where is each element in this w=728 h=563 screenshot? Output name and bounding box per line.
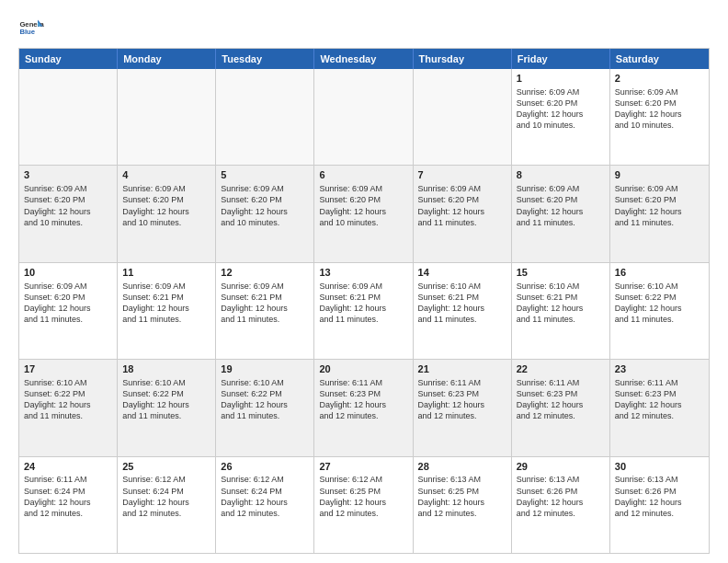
cell-info: Sunset: 6:21 PM — [319, 292, 407, 303]
day-number: 9 — [615, 168, 704, 182]
cell-info: and 10 minutes. — [615, 120, 704, 131]
day-number: 6 — [319, 168, 407, 182]
cell-info: and 12 minutes. — [319, 410, 407, 421]
cell-info: and 12 minutes. — [24, 508, 112, 519]
cell-info: Daylight: 12 hours — [319, 399, 407, 410]
cell-info: Daylight: 12 hours — [24, 206, 112, 217]
day-number: 22 — [517, 362, 605, 376]
cell-info: Sunrise: 6:09 AM — [319, 281, 407, 292]
cell-info: Sunset: 6:20 PM — [319, 194, 407, 205]
cell-info: Daylight: 12 hours — [418, 497, 506, 508]
calendar-row: 10Sunrise: 6:09 AMSunset: 6:20 PMDayligh… — [19, 263, 709, 360]
calendar-cell: 19Sunrise: 6:10 AMSunset: 6:22 PMDayligh… — [216, 360, 314, 455]
calendar-cell: 28Sunrise: 6:13 AMSunset: 6:25 PMDayligh… — [414, 457, 512, 553]
day-number: 11 — [122, 266, 210, 280]
day-number: 30 — [615, 460, 704, 474]
svg-text:Blue: Blue — [19, 28, 35, 36]
day-number: 20 — [319, 362, 407, 376]
cell-info: Sunset: 6:26 PM — [517, 486, 605, 497]
cell-info: and 10 minutes. — [24, 217, 112, 228]
cell-info: Sunset: 6:23 PM — [615, 388, 704, 399]
cell-info: Sunset: 6:20 PM — [615, 194, 704, 205]
cell-info: Sunset: 6:20 PM — [517, 194, 605, 205]
day-number: 3 — [24, 168, 112, 182]
calendar-row: 1Sunrise: 6:09 AMSunset: 6:20 PMDaylight… — [19, 69, 709, 166]
cell-info: and 11 minutes. — [221, 314, 309, 325]
cell-info: and 12 minutes. — [615, 508, 704, 519]
calendar-cell: 15Sunrise: 6:10 AMSunset: 6:21 PMDayligh… — [512, 263, 610, 359]
day-number: 13 — [319, 266, 407, 280]
calendar-cell — [216, 69, 314, 165]
day-number: 21 — [418, 362, 506, 376]
cell-info: and 11 minutes. — [418, 217, 506, 228]
calendar-cell: 14Sunrise: 6:10 AMSunset: 6:21 PMDayligh… — [414, 263, 512, 359]
day-number: 5 — [221, 168, 309, 182]
cell-info: Sunrise: 6:13 AM — [615, 474, 704, 485]
cell-info: Sunset: 6:24 PM — [221, 486, 309, 497]
calendar-body: 1Sunrise: 6:09 AMSunset: 6:20 PMDaylight… — [19, 69, 709, 553]
calendar-cell: 29Sunrise: 6:13 AMSunset: 6:26 PMDayligh… — [512, 457, 610, 553]
page: General Blue SundayMondayTuesdayWednesda… — [0, 0, 728, 563]
cell-info: Sunset: 6:20 PM — [615, 98, 704, 109]
day-number: 14 — [418, 266, 506, 280]
calendar-header-cell: Tuesday — [216, 49, 314, 69]
cell-info: Sunset: 6:20 PM — [221, 194, 309, 205]
calendar-cell: 23Sunrise: 6:11 AMSunset: 6:23 PMDayligh… — [610, 360, 709, 455]
cell-info: Sunrise: 6:12 AM — [221, 474, 309, 485]
calendar-header-cell: Thursday — [414, 49, 512, 69]
calendar-cell: 25Sunrise: 6:12 AMSunset: 6:24 PMDayligh… — [118, 457, 216, 553]
cell-info: and 11 minutes. — [517, 314, 605, 325]
calendar: SundayMondayTuesdayWednesdayThursdayFrid… — [18, 48, 710, 554]
day-number: 4 — [122, 168, 210, 182]
calendar-cell: 26Sunrise: 6:12 AMSunset: 6:24 PMDayligh… — [216, 457, 314, 553]
cell-info: Sunset: 6:22 PM — [221, 388, 309, 399]
cell-info: Daylight: 12 hours — [418, 206, 506, 217]
day-number: 25 — [122, 460, 210, 474]
calendar-header: SundayMondayTuesdayWednesdayThursdayFrid… — [19, 49, 709, 69]
cell-info: Sunrise: 6:09 AM — [319, 183, 407, 194]
cell-info: Daylight: 12 hours — [24, 399, 112, 410]
calendar-cell: 2Sunrise: 6:09 AMSunset: 6:20 PMDaylight… — [610, 69, 709, 165]
cell-info: Sunset: 6:21 PM — [418, 292, 506, 303]
cell-info: Daylight: 12 hours — [122, 206, 210, 217]
calendar-header-cell: Sunday — [19, 49, 118, 69]
calendar-cell: 3Sunrise: 6:09 AMSunset: 6:20 PMDaylight… — [19, 166, 118, 261]
day-number: 7 — [418, 168, 506, 182]
cell-info: Sunrise: 6:09 AM — [122, 183, 210, 194]
cell-info: Sunset: 6:23 PM — [517, 388, 605, 399]
cell-info: Sunrise: 6:09 AM — [615, 86, 704, 98]
cell-info: Sunrise: 6:12 AM — [319, 474, 407, 485]
calendar-cell: 18Sunrise: 6:10 AMSunset: 6:22 PMDayligh… — [118, 360, 216, 455]
cell-info: and 11 minutes. — [24, 410, 112, 421]
calendar-cell — [314, 69, 413, 165]
calendar-cell: 13Sunrise: 6:09 AMSunset: 6:21 PMDayligh… — [314, 263, 413, 359]
cell-info: and 10 minutes. — [122, 217, 210, 228]
cell-info: Daylight: 12 hours — [615, 109, 704, 120]
calendar-cell: 22Sunrise: 6:11 AMSunset: 6:23 PMDayligh… — [512, 360, 610, 455]
cell-info: Sunrise: 6:09 AM — [221, 183, 309, 194]
cell-info: Daylight: 12 hours — [319, 497, 407, 508]
calendar-cell: 7Sunrise: 6:09 AMSunset: 6:20 PMDaylight… — [414, 166, 512, 261]
calendar-cell: 10Sunrise: 6:09 AMSunset: 6:20 PMDayligh… — [19, 263, 118, 359]
cell-info: and 12 minutes. — [418, 508, 506, 519]
cell-info: Daylight: 12 hours — [615, 303, 704, 314]
calendar-cell: 11Sunrise: 6:09 AMSunset: 6:21 PMDayligh… — [118, 263, 216, 359]
cell-info: and 11 minutes. — [319, 314, 407, 325]
cell-info: Daylight: 12 hours — [319, 206, 407, 217]
cell-info: Sunset: 6:25 PM — [319, 486, 407, 497]
cell-info: and 12 minutes. — [221, 508, 309, 519]
cell-info: Daylight: 12 hours — [122, 399, 210, 410]
cell-info: Daylight: 12 hours — [418, 399, 506, 410]
cell-info: and 12 minutes. — [122, 508, 210, 519]
calendar-header-cell: Friday — [512, 49, 610, 69]
calendar-cell: 6Sunrise: 6:09 AMSunset: 6:20 PMDaylight… — [314, 166, 413, 261]
cell-info: Sunset: 6:21 PM — [517, 292, 605, 303]
cell-info: and 12 minutes. — [615, 410, 704, 421]
cell-info: Sunset: 6:24 PM — [24, 486, 112, 497]
cell-info: Daylight: 12 hours — [517, 497, 605, 508]
calendar-cell: 9Sunrise: 6:09 AMSunset: 6:20 PMDaylight… — [610, 166, 709, 261]
cell-info: and 11 minutes. — [221, 410, 309, 421]
cell-info: Sunset: 6:26 PM — [615, 486, 704, 497]
logo-icon: General Blue — [18, 15, 44, 40]
cell-info: Daylight: 12 hours — [122, 497, 210, 508]
